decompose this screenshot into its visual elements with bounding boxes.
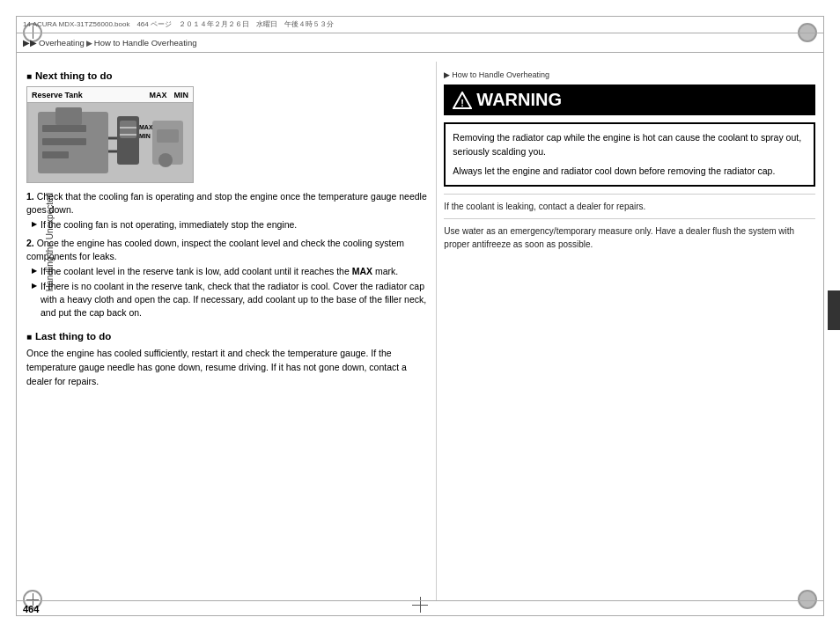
info-text-2: Use water as an emergency/temporary meas…	[444, 218, 815, 251]
step-1-sub-1: If the cooling fan is not operating, imm…	[32, 218, 427, 231]
page-number: 464	[23, 604, 39, 614]
warning-text-p1: Removing the radiator cap while the engi…	[453, 131, 807, 159]
warning-box: ! WARNING	[444, 85, 815, 115]
max-label: MAX	[150, 91, 167, 99]
right-breadcrumb-arrow: ▶	[444, 70, 450, 79]
last-section: Last thing to do Once the engine has coo…	[26, 331, 427, 388]
svg-rect-13	[157, 129, 179, 143]
max-text: MAX	[352, 266, 372, 276]
svg-rect-5	[42, 151, 69, 158]
warning-label: WARNING	[476, 90, 562, 110]
svg-rect-4	[42, 138, 86, 145]
breadcrumb-sub: How to Handle Overheating	[94, 38, 197, 48]
svg-text:MAX: MAX	[139, 124, 153, 130]
steps-list: 1. Check that the cooling fan is operati…	[26, 190, 427, 319]
breadcrumb-arrows: ▶▶	[23, 38, 37, 48]
svg-point-14	[158, 153, 173, 167]
svg-text:!: !	[461, 98, 465, 108]
svg-rect-3	[42, 125, 86, 132]
footer: 464	[16, 600, 824, 616]
right-breadcrumb-text: How to Handle Overheating	[452, 70, 549, 79]
engine-label-bar: Reserve Tank MAX MIN	[27, 87, 193, 103]
svg-text:MIN: MIN	[139, 133, 151, 139]
engine-body-graphic: MAX MIN	[27, 103, 193, 182]
step-1-subitems: If the cooling fan is not operating, imm…	[32, 218, 427, 231]
warning-text-p2: Always let the engine and radiator cool …	[453, 165, 807, 179]
header-area: 14 ACURA MDX-31TZ56000.book 464 ページ ２０１４…	[16, 16, 824, 60]
left-column: Next thing to do Reserve Tank MAX MIN	[16, 62, 436, 600]
warning-text-box: Removing the radiator cap while the engi…	[444, 122, 815, 187]
step-2: 2. Once the engine has cooled down, insp…	[26, 237, 427, 319]
main-content: Next thing to do Reserve Tank MAX MIN	[16, 62, 824, 600]
sidebar-tab	[828, 290, 840, 330]
engine-image: Reserve Tank MAX MIN	[26, 86, 194, 183]
warning-triangle-icon: !	[453, 92, 472, 109]
next-section-title: Next thing to do	[26, 70, 427, 81]
breadcrumb-main: Overheating	[39, 38, 85, 48]
last-section-title: Last thing to do	[26, 331, 427, 342]
svg-rect-2	[55, 107, 82, 125]
min-label: MIN	[174, 91, 189, 99]
engine-svg: MAX MIN	[29, 103, 192, 182]
step-2-sub-1: If the coolant level in the reserve tank…	[32, 265, 427, 278]
step-2-subitems: If the coolant level in the reserve tank…	[32, 265, 427, 319]
warning-title: ! WARNING	[453, 90, 807, 110]
step-1: 1. Check that the cooling fan is operati…	[26, 190, 427, 231]
breadcrumb: ▶▶ Overheating ▶ How to Handle Overheati…	[16, 33, 824, 53]
info-text-1: If the coolant is leaking, contact a dea…	[444, 194, 815, 213]
right-breadcrumb: ▶ How to Handle Overheating	[444, 70, 815, 79]
right-column: ▶ How to Handle Overheating ! WARNING Re…	[436, 62, 824, 600]
last-section-text: Once the engine has cooled sufficiently,…	[26, 347, 427, 388]
svg-rect-7	[120, 121, 136, 138]
step-2-sub-2: If there is no coolant in the reserve ta…	[32, 280, 427, 319]
header-file-info: 14 ACURA MDX-31TZ56000.book 464 ページ ２０１４…	[16, 16, 824, 33]
reserve-tank-label: Reserve Tank	[32, 91, 83, 99]
breadcrumb-sep: ▶	[86, 39, 92, 48]
side-label-container: Handling the Unexpected	[0, 176, 16, 308]
